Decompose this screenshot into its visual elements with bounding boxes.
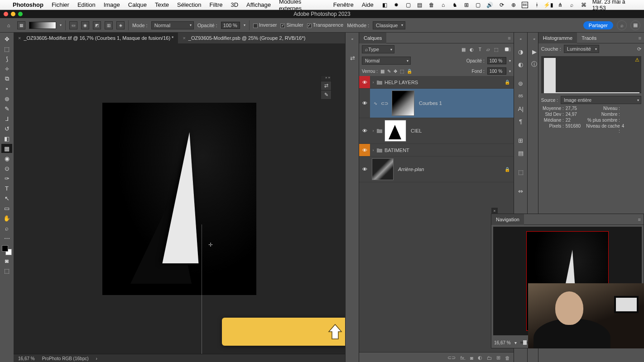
menu-selection[interactable]: Sélection <box>177 1 201 8</box>
gradient-preview[interactable] <box>29 22 56 29</box>
menu-edition[interactable]: Edition <box>77 1 96 8</box>
home-button[interactable]: ⌂ <box>4 20 14 30</box>
layer-name[interactable]: CIEL <box>411 128 422 133</box>
filter-adjust-icon[interactable]: ◐ <box>468 46 476 53</box>
sys-icon[interactable]: ♞ <box>452 2 458 8</box>
mask-link-icon[interactable]: ⊂⊃ <box>381 101 388 106</box>
paths-tab[interactable]: Tracés <box>577 33 601 43</box>
disclosure-icon[interactable]: › <box>370 129 376 133</box>
layer-opacity-input[interactable]: 100 % <box>487 57 506 64</box>
close-icon[interactable]: × <box>325 76 327 81</box>
align-icon[interactable]: A| <box>514 102 528 115</box>
gradient-dropdown-icon[interactable]: ▾ <box>60 23 62 27</box>
menu-fenetre[interactable]: Fenêtre <box>333 1 354 8</box>
stamp-tool[interactable]: ⅃ <box>1 114 12 123</box>
sys-icon[interactable]: ▢ <box>405 2 411 8</box>
move-tool[interactable]: ✥ <box>1 34 12 43</box>
menu-fichier[interactable]: Fichier <box>52 1 69 8</box>
gradient-angle-icon[interactable]: ◩ <box>93 21 101 29</box>
adjustments-icon[interactable]: ⇄ <box>346 52 359 64</box>
lock-paint-icon[interactable]: ✎ <box>387 69 391 74</box>
adjustment-icon[interactable]: ⇄ <box>321 81 331 90</box>
props-icon[interactable]: 85 <box>514 90 528 102</box>
mac-clock[interactable]: Mar. 23 mai à 13:53 <box>592 0 639 11</box>
shape-tool[interactable]: ▭ <box>1 204 12 213</box>
control-center-icon[interactable]: ⌘ <box>581 2 587 8</box>
fx-icon[interactable]: fx. <box>460 355 466 361</box>
wand-tool[interactable]: ✧ <box>1 64 12 73</box>
layer-background-row[interactable]: 👁 Arrière-plan 🔒 <box>359 157 514 182</box>
fill-input[interactable]: 100 % <box>487 67 506 75</box>
layer-group-row[interactable]: 👁 › HELP LAYERS 🔒 <box>359 76 514 89</box>
menu-aide[interactable]: Aide <box>362 1 374 8</box>
navigation-tab[interactable]: Navigation <box>491 214 524 225</box>
visibility-toggle[interactable]: 👁 <box>359 76 370 88</box>
collapse-icon[interactable]: » <box>328 76 330 81</box>
simuler-checkbox[interactable]: Simuler <box>280 22 303 28</box>
layer-mask-thumb[interactable] <box>384 120 406 142</box>
zoom-tool[interactable]: ⌕ <box>1 224 12 233</box>
lock-icon[interactable]: 🔒 <box>505 167 510 172</box>
gradient-linear-icon[interactable]: ▭ <box>69 21 77 29</box>
history-brush-tool[interactable]: ↺ <box>1 124 12 133</box>
color-swatch[interactable] <box>2 245 12 255</box>
menu-image[interactable]: Image <box>104 1 120 8</box>
panel-menu-icon[interactable]: ≡ <box>636 35 644 41</box>
menu-calque[interactable]: Calque <box>128 1 147 8</box>
lock-pos-icon[interactable]: ✥ <box>394 69 397 74</box>
screenmode-tool[interactable]: ⬚ <box>1 266 12 275</box>
share-button[interactable]: Partager <box>583 21 613 29</box>
visibility-toggle[interactable]: 👁 <box>359 118 370 143</box>
group-icon[interactable]: 🗀 <box>487 355 492 361</box>
gradient-guide-line[interactable] <box>202 224 202 354</box>
marquee-tool[interactable]: ⬚ <box>1 44 12 53</box>
opacity-input[interactable]: 100 % <box>221 22 240 29</box>
zoom-out-icon[interactable]: ▾ <box>514 340 517 345</box>
trash-icon[interactable]: 🗑 <box>505 355 510 361</box>
gradient-start-handle[interactable]: ✛ <box>208 242 213 248</box>
contrast-icon[interactable]: ◐ <box>514 58 528 71</box>
document-tab[interactable]: × _OZ93605-Modifier.psb @ 25% (Groupe 2,… <box>178 33 310 43</box>
panel-menu-icon[interactable]: ≡ <box>635 217 644 222</box>
heal-tool[interactable]: ⊛ <box>1 94 12 103</box>
gradient-diamond-icon[interactable]: ◈ <box>116 21 125 29</box>
opacity-slider-icon[interactable]: ▾ <box>244 23 245 27</box>
disclosure-icon[interactable]: › <box>370 148 376 152</box>
nav-zoom-readout[interactable]: 16,67 % <box>494 340 511 345</box>
lasso-tool[interactable]: ⟆ <box>1 54 12 63</box>
layer-name[interactable]: Arrière-plan <box>398 167 424 172</box>
notes-icon[interactable]: ▤ <box>514 147 528 159</box>
layer-name[interactable]: HELP LAYERS <box>384 80 418 85</box>
mask-icon[interactable]: ◙ <box>470 355 473 361</box>
sys-icon[interactable]: ⌂ <box>440 2 447 8</box>
menu-app-name[interactable]: Photoshop <box>13 1 43 8</box>
lock-all-icon[interactable]: 🔒 <box>407 69 412 74</box>
library-icon[interactable]: ⬚ <box>514 166 528 178</box>
quickmask-tool[interactable]: ◙ <box>1 256 12 265</box>
lock-icon[interactable]: 🔒 <box>505 80 510 85</box>
method-dropdown[interactable]: Classique <box>373 21 405 29</box>
sys-icon[interactable]: ▢ <box>475 2 481 8</box>
filter-toggle[interactable] <box>505 47 511 52</box>
expand-strip-icon[interactable]: « <box>514 33 528 45</box>
pen-tool[interactable]: ✑ <box>1 174 12 183</box>
path-tool[interactable]: ↖ <box>1 194 12 203</box>
histogram-tab[interactable]: Histogramme <box>538 33 577 43</box>
layer-group-row[interactable]: 👁 › BATIMENT <box>359 144 514 157</box>
adjustment-layer-icon[interactable]: ◐ <box>478 355 482 361</box>
gradient-reflected-icon[interactable]: ▥ <box>105 21 113 29</box>
filter-type-icon[interactable]: T <box>476 46 484 53</box>
blur-tool[interactable]: ◉ <box>1 154 12 163</box>
sys-icon[interactable]: ⊕ <box>510 2 517 8</box>
filter-shape-icon[interactable]: ▱ <box>485 46 492 53</box>
crop-tool[interactable]: ⧉ <box>1 74 12 83</box>
paragraph-icon[interactable]: ¶ <box>514 115 528 128</box>
new-layer-icon[interactable]: ⊞ <box>496 355 500 361</box>
filter-pixel-icon[interactable]: ▦ <box>460 46 467 53</box>
canvas-viewport[interactable]: ✛ ×» ⇄ ✎ <box>14 43 345 354</box>
refresh-icon[interactable]: ⟳ <box>637 46 641 52</box>
layers-tab[interactable]: Calques <box>359 33 386 43</box>
hand-tool[interactable]: ✋ <box>1 214 12 223</box>
wifi-icon[interactable]: ⋔ <box>557 2 563 8</box>
close-tab-icon[interactable]: × <box>183 35 185 41</box>
